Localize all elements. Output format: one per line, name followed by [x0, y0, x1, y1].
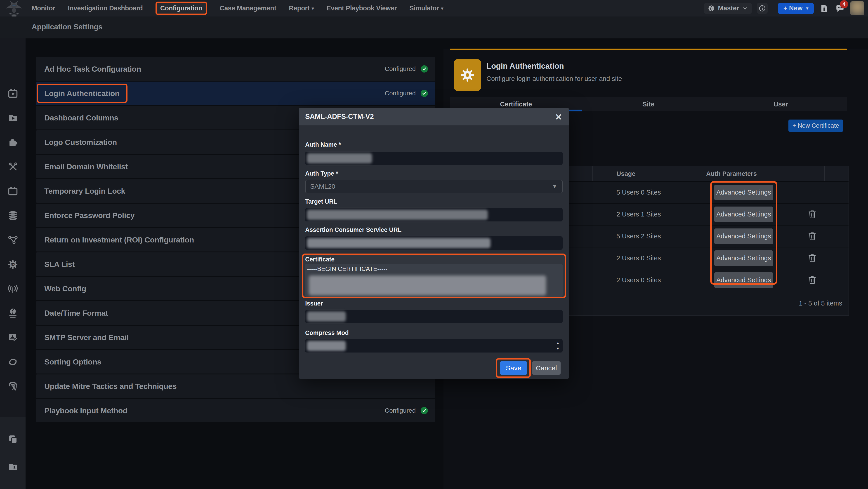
configured-check-icon [421, 407, 428, 414]
nav-item-label: Simulator [409, 4, 439, 12]
info-button[interactable] [757, 3, 768, 14]
copy-icon[interactable] [0, 432, 26, 447]
tab-site[interactable]: Site [582, 97, 715, 111]
globe-icon [708, 4, 715, 12]
save-button[interactable]: Save [500, 361, 527, 374]
panel-accent-line [450, 48, 847, 50]
nav-item-label: Event Playbook Viewer [327, 4, 397, 12]
advanced-settings-annotation-box [710, 181, 777, 285]
modal-title: SAML-ADFS-CTM-V2 [305, 108, 374, 125]
application-settings-screen: MonitorInvestigation DashboardConfigurat… [0, 0, 868, 489]
chevron-down-icon: ▾ [312, 6, 314, 11]
notification-badge: 4 [840, 0, 848, 8]
main-nav-items: MonitorInvestigation DashboardConfigurat… [32, 0, 443, 17]
chevron-down-icon: ▾ [441, 6, 443, 11]
number-spinner[interactable]: ▲ ▼ [554, 340, 562, 352]
nav-divider [773, 3, 773, 14]
tenant-label: Master [718, 4, 739, 12]
trash-icon[interactable] [807, 209, 817, 220]
usage-cell: 2 Users 1 Sites [616, 204, 661, 225]
sync-icon[interactable] [0, 355, 26, 369]
panel-title: Login Authentication [487, 62, 564, 70]
auth-type-value: SAML20 [310, 180, 335, 193]
nav-item-label: Configuration [160, 4, 202, 12]
new-button[interactable]: + New ▾ [778, 3, 814, 14]
login-authentication-annotation-box [37, 84, 127, 103]
broadcast-icon[interactable] [0, 282, 26, 296]
settings-row-label: Sorting Options [44, 350, 101, 373]
compress-mod-label: Compress Mod [305, 329, 349, 336]
nav-item-label: Case Management [220, 4, 276, 12]
column-separator [824, 166, 825, 181]
trash-icon[interactable] [807, 253, 817, 263]
new-button-label: + New [783, 4, 803, 12]
fingerprint-icon[interactable] [0, 379, 26, 394]
nav-item-monitor[interactable]: Monitor [32, 4, 55, 12]
auth-type-select[interactable]: SAML20 ▼ [305, 180, 563, 193]
configured-status: Configured [385, 399, 428, 422]
owl-logo-icon[interactable] [4, 1, 24, 16]
new-certificate-button[interactable]: + New Certificate [788, 120, 843, 132]
scheduled-tasks-icon[interactable] [0, 86, 26, 101]
release-notes-icon[interactable] [819, 3, 830, 14]
incident-edit-icon[interactable] [0, 330, 26, 345]
chevron-down-icon: ▼ [552, 180, 557, 193]
avatar[interactable] [850, 1, 864, 15]
tenant-selector[interactable]: Master [704, 3, 752, 14]
settings-row-label: Playbook Input Method [44, 399, 127, 422]
configured-label: Configured [385, 90, 416, 97]
certificate-label: Certificate [305, 256, 335, 263]
user-folder-icon[interactable] [0, 460, 26, 474]
settings-row-label: Enforce Password Policy [44, 204, 134, 227]
top-nav-right-cluster: Master + New ▾ [704, 0, 864, 17]
close-icon[interactable]: × [552, 108, 565, 125]
settings-row-label: SMTP Server and Email [44, 326, 129, 349]
redacted-target-url-value [307, 210, 488, 220]
column-header-auth-parameters: Auth Parameters [706, 166, 757, 181]
table-item-count: 1 - 5 of 5 items [799, 291, 842, 316]
nav-item-simulator[interactable]: Simulator▾ [409, 4, 443, 12]
saml-edit-modal: SAML-ADFS-CTM-V2 × Auth Name * Auth Type… [299, 108, 569, 379]
globe-lines-icon[interactable] [0, 306, 26, 320]
network-nodes-icon[interactable] [0, 233, 26, 247]
spinner-up-icon[interactable]: ▲ [556, 341, 560, 345]
nav-item-case-management[interactable]: Case Management [220, 4, 276, 12]
integrations-plugin-icon[interactable] [0, 135, 26, 150]
spinner-down-icon[interactable]: ▼ [556, 347, 560, 351]
trash-icon[interactable] [807, 275, 817, 285]
svg-text:API: API [11, 263, 14, 265]
redacted-issuer-value [307, 312, 346, 322]
nav-item-report[interactable]: Report▾ [289, 4, 314, 12]
settings-row-playbook-input-method[interactable]: Playbook Input MethodConfigured [36, 399, 435, 422]
settings-row-label: Web Config [44, 277, 86, 300]
calendar-icon[interactable] [0, 184, 26, 198]
tools-icon[interactable] [0, 160, 26, 174]
nav-item-event-playbook-viewer[interactable]: Event Playbook Viewer [327, 4, 397, 12]
page-title: Application Settings [32, 23, 102, 31]
trash-icon[interactable] [807, 231, 817, 241]
nav-item-configuration[interactable]: Configuration [156, 2, 207, 15]
redacted-auth-name-value [307, 153, 372, 163]
api-settings-icon[interactable]: API [0, 257, 26, 272]
chevron-down-icon [742, 5, 748, 11]
login-auth-gear-icon [454, 59, 481, 91]
playbook-icon[interactable] [0, 111, 26, 125]
redacted-certificate-value [309, 275, 546, 295]
settings-row-label: Email Domain Whitelist [44, 155, 128, 178]
configured-label: Configured [385, 65, 416, 72]
nav-item-investigation-dashboard[interactable]: Investigation Dashboard [68, 4, 143, 12]
settings-row-ad-hoc-task-configuration[interactable]: Ad Hoc Task ConfigurationConfigured [36, 57, 435, 81]
page-header: Application Settings [0, 17, 868, 38]
notifications-button[interactable]: 4 [835, 3, 845, 14]
nav-item-label: Investigation Dashboard [68, 4, 143, 12]
database-icon[interactable] [0, 208, 26, 223]
certificate-begin-line: -----BEGIN CERTIFICATE----- [307, 265, 388, 272]
nav-item-label: Report [289, 4, 310, 12]
cancel-button[interactable]: Cancel [532, 361, 561, 374]
left-icon-sidebar: API [0, 38, 26, 489]
settings-row-label: Return on Investment (ROI) Configuration [44, 228, 194, 252]
modal-header: SAML-ADFS-CTM-V2 × [299, 108, 569, 125]
tab-user[interactable]: User [715, 97, 847, 111]
settings-row-login-authentication[interactable]: Login AuthenticationConfigured [36, 82, 435, 105]
sidebar-bottom-group [0, 417, 26, 489]
